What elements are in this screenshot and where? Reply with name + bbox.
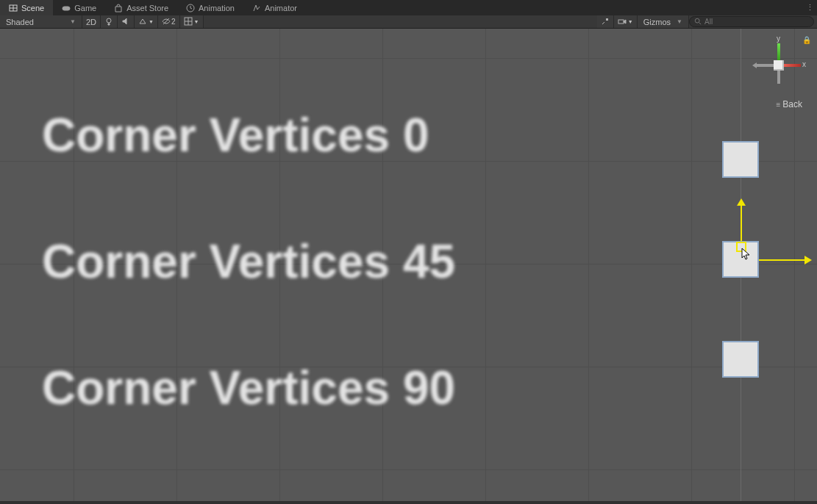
orientation-y-label: y: [777, 35, 780, 43]
scene-tools-button[interactable]: [597, 15, 614, 28]
move-gizmo-x-axis[interactable]: [759, 259, 804, 261]
gizmos-dropdown[interactable]: Gizmos ▼: [638, 15, 689, 28]
toggle-2d-button[interactable]: 2D: [82, 15, 101, 28]
chevron-down-icon: ▼: [628, 19, 633, 24]
scene-text-label-2: Corner Vertices 90: [42, 361, 455, 415]
search-icon: [694, 18, 702, 26]
grid-toggle[interactable]: ▼: [180, 15, 204, 28]
tools-icon: [601, 17, 610, 27]
chevron-down-icon: ▼: [194, 19, 199, 24]
fx-icon: [138, 17, 147, 27]
tab-label: Animator: [265, 4, 297, 12]
clock-icon: [186, 4, 195, 12]
orientation-gizmo[interactable]: 🔒 y x: [749, 36, 808, 95]
scene-icon: [9, 4, 18, 12]
tab-animation[interactable]: Animation: [177, 0, 243, 15]
scene-object-square-top[interactable]: [722, 141, 759, 178]
scene-viewport[interactable]: Corner Vertices 0 Corner Vertices 45 Cor…: [0, 29, 817, 501]
lightbulb-icon: [104, 17, 113, 27]
scene-object-square-bottom[interactable]: [722, 341, 759, 378]
lighting-toggle[interactable]: [101, 15, 118, 28]
svg-line-12: [699, 22, 702, 24]
toggle-2d-label: 2D: [86, 18, 96, 26]
orientation-cube[interactable]: [774, 60, 784, 71]
shading-mode-value: Shaded: [6, 18, 34, 26]
orientation-y-axis[interactable]: [777, 43, 780, 60]
chevron-down-icon: ▼: [149, 19, 154, 24]
camera-icon: [618, 17, 627, 27]
tab-overflow-menu[interactable]: ⋮: [802, 0, 817, 15]
hidden-objects-count: 2: [171, 18, 176, 26]
mouse-cursor-icon: [741, 248, 751, 261]
orientation-menu-icon: ≡: [776, 101, 780, 109]
tab-asset-store[interactable]: Asset Store: [105, 0, 177, 15]
scene-search-input[interactable]: [704, 18, 809, 26]
tab-label: Scene: [21, 4, 44, 12]
scene-search[interactable]: [689, 16, 814, 27]
orientation-mode-label[interactable]: ≡ Back: [776, 99, 802, 109]
scene-toolbar: Shaded ▼ 2D ▼ 2 ▼: [0, 15, 817, 29]
gizmos-label: Gizmos: [643, 18, 671, 26]
orientation-neg-y[interactable]: [777, 71, 780, 84]
game-icon: [62, 4, 71, 12]
tab-label: Game: [74, 4, 96, 12]
audio-toggle[interactable]: [118, 15, 135, 28]
svg-rect-3: [63, 7, 70, 10]
svg-rect-10: [618, 20, 624, 24]
animator-icon: [252, 4, 261, 12]
move-gizmo-y-axis[interactable]: [741, 206, 742, 241]
tab-game[interactable]: Game: [53, 0, 105, 15]
fx-toggle[interactable]: ▼: [135, 15, 158, 28]
tab-label: Animation: [199, 4, 235, 12]
orientation-x-axis[interactable]: [784, 64, 801, 67]
tab-animator[interactable]: Animator: [243, 0, 306, 15]
chevron-down-icon: ▼: [677, 18, 682, 25]
hidden-objects-toggle[interactable]: 2: [158, 15, 180, 28]
orientation-mode-text: Back: [782, 99, 802, 109]
bottom-bar: [0, 501, 817, 504]
orientation-x-label: x: [802, 60, 806, 68]
grid-icon: [184, 17, 193, 27]
camera-settings-button[interactable]: ▼: [614, 15, 638, 28]
tab-scene[interactable]: Scene: [0, 0, 53, 15]
tab-strip: Scene Game Asset Store Animation Animato…: [0, 0, 817, 15]
bag-icon: [114, 4, 123, 12]
chevron-down-icon: ▼: [70, 18, 76, 25]
scene-text-label-0: Corner Vertices 0: [42, 108, 429, 162]
orientation-neg-x[interactable]: [757, 64, 774, 67]
audio-icon: [121, 17, 130, 27]
lock-icon[interactable]: 🔒: [802, 36, 811, 44]
svg-point-11: [695, 18, 699, 23]
shading-mode-dropdown[interactable]: Shaded ▼: [0, 15, 82, 28]
tab-label: Asset Store: [126, 4, 168, 12]
hidden-icon: [162, 17, 171, 27]
scene-text-label-1: Corner Vertices 45: [42, 234, 455, 289]
svg-point-5: [107, 18, 111, 23]
